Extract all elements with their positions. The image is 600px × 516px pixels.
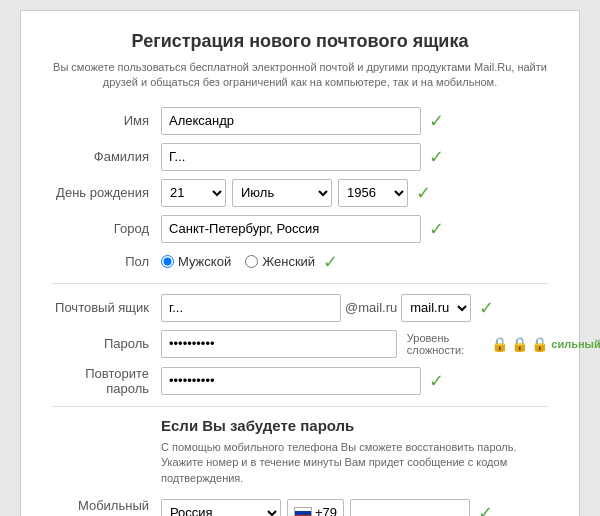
confirm-row: Повторите пароль ✓ bbox=[51, 366, 549, 396]
email-label: Почтовый ящик bbox=[51, 300, 161, 315]
russia-flag-icon bbox=[294, 507, 312, 516]
dob-field: 21 ЯнварьФевральМарт АпрельМайИюнь ИюльА… bbox=[161, 179, 549, 207]
dob-year-select[interactable]: 1956 bbox=[338, 179, 408, 207]
email-row: Почтовый ящик @mail.ru mail.ru inbox.ru … bbox=[51, 294, 549, 322]
city-check-icon: ✓ bbox=[429, 218, 444, 240]
password-label: Пароль bbox=[51, 336, 161, 351]
phone-prefix-box: +79 bbox=[287, 499, 344, 516]
surname-input[interactable] bbox=[161, 143, 421, 171]
password-input[interactable] bbox=[161, 330, 397, 358]
dob-check-icon: ✓ bbox=[416, 182, 431, 204]
gender-field: Мужской Женский ✓ bbox=[161, 251, 549, 273]
phone-input[interactable] bbox=[350, 499, 470, 516]
gender-male-label[interactable]: Мужской bbox=[161, 254, 231, 269]
phone-check-icon: ✓ bbox=[478, 502, 493, 516]
phone-row: Мобильный телефон Россия Беларусь Украин… bbox=[51, 498, 549, 516]
email-domain-select[interactable]: mail.ru inbox.ru list.ru bk.ru bbox=[401, 294, 471, 322]
surname-check-icon: ✓ bbox=[429, 146, 444, 168]
name-check-icon: ✓ bbox=[429, 110, 444, 132]
strength-lock-1: 🔒 bbox=[491, 336, 508, 352]
strength-indicator: Уровень сложности: 🔒 🔒 🔒 сильный bbox=[407, 332, 600, 356]
strength-lock-2: 🔒 bbox=[511, 336, 528, 352]
gender-male-radio[interactable] bbox=[161, 255, 174, 268]
gender-radio-group: Мужской Женский bbox=[161, 254, 315, 269]
name-row: Имя ✓ bbox=[51, 107, 549, 135]
strength-level: сильный bbox=[551, 338, 600, 350]
email-input[interactable] bbox=[161, 294, 341, 322]
strength-lock-3: 🔒 bbox=[531, 336, 548, 352]
gender-label: Пол bbox=[51, 254, 161, 269]
surname-row: Фамилия ✓ bbox=[51, 143, 549, 171]
recovery-section: Если Вы забудете пароль С помощью мобиль… bbox=[51, 417, 549, 486]
divider-2 bbox=[51, 406, 549, 407]
name-input[interactable] bbox=[161, 107, 421, 135]
name-field: ✓ bbox=[161, 107, 549, 135]
gender-row: Пол Мужской Женский ✓ bbox=[51, 251, 549, 273]
confirm-label: Повторите пароль bbox=[51, 366, 161, 396]
dob-month-select[interactable]: ЯнварьФевральМарт АпрельМайИюнь ИюльАвгу… bbox=[232, 179, 332, 207]
dob-label: День рождения bbox=[51, 185, 161, 200]
gender-female-text: Женский bbox=[262, 254, 315, 269]
confirm-field: ✓ bbox=[161, 367, 549, 395]
page-title: Регистрация нового почтового ящика bbox=[51, 31, 549, 52]
dob-row: День рождения 21 ЯнварьФевральМарт Апрел… bbox=[51, 179, 549, 207]
phone-country-select[interactable]: Россия Беларусь Украина bbox=[161, 499, 281, 516]
surname-field: ✓ bbox=[161, 143, 549, 171]
email-field: @mail.ru mail.ru inbox.ru list.ru bk.ru … bbox=[161, 294, 549, 322]
gender-female-radio[interactable] bbox=[245, 255, 258, 268]
password-field: Уровень сложности: 🔒 🔒 🔒 сильный bbox=[161, 330, 600, 358]
city-field: ✓ bbox=[161, 215, 549, 243]
city-input[interactable] bbox=[161, 215, 421, 243]
confirm-check-icon: ✓ bbox=[429, 370, 444, 392]
page-subtitle: Вы сможете пользоваться бесплатной элект… bbox=[51, 60, 549, 91]
registration-form: Регистрация нового почтового ящика Вы см… bbox=[20, 10, 580, 516]
email-check-icon: ✓ bbox=[479, 297, 494, 319]
email-input-group: @mail.ru mail.ru inbox.ru list.ru bk.ru bbox=[161, 294, 471, 322]
confirm-input[interactable] bbox=[161, 367, 421, 395]
phone-field: Россия Беларусь Украина +79 ✓ bbox=[161, 499, 549, 516]
city-row: Город ✓ bbox=[51, 215, 549, 243]
city-label: Город bbox=[51, 221, 161, 236]
recovery-text: С помощью мобильного телефона Вы сможете… bbox=[161, 440, 549, 486]
password-row: Пароль Уровень сложности: 🔒 🔒 🔒 сильный bbox=[51, 330, 549, 358]
phone-input-group: Россия Беларусь Украина +79 bbox=[161, 499, 470, 516]
recovery-title: Если Вы забудете пароль bbox=[161, 417, 549, 434]
gender-check-icon: ✓ bbox=[323, 251, 338, 273]
gender-female-label[interactable]: Женский bbox=[245, 254, 315, 269]
name-label: Имя bbox=[51, 113, 161, 128]
phone-label: Мобильный телефон bbox=[51, 498, 161, 516]
phone-prefix-text: +79 bbox=[315, 505, 337, 516]
divider-1 bbox=[51, 283, 549, 284]
dob-selects: 21 ЯнварьФевральМарт АпрельМайИюнь ИюльА… bbox=[161, 179, 408, 207]
dob-day-select[interactable]: 21 bbox=[161, 179, 226, 207]
strength-text: Уровень сложности: bbox=[407, 332, 488, 356]
gender-male-text: Мужской bbox=[178, 254, 231, 269]
at-sign: @mail.ru bbox=[345, 300, 397, 315]
surname-label: Фамилия bbox=[51, 149, 161, 164]
